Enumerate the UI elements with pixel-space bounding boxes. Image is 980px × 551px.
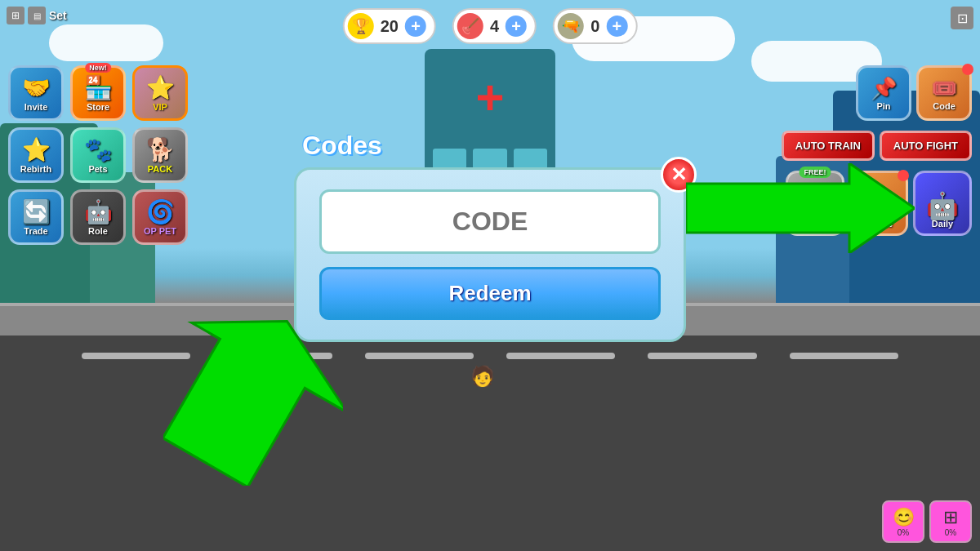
auto-fight-button[interactable]: AUTO FIGHT: [880, 131, 972, 161]
left-sidebar: 🤝 Invite New! 🏪 Store ⭐ VIP ⭐ Rebirth 🐾 …: [8, 65, 188, 245]
hud-bar: 🏆 20 + 🪠 4 + 🔫 0 +: [343, 8, 638, 44]
hud-tool: 🪠 4 +: [452, 8, 537, 44]
pin-icon: 📌: [871, 76, 897, 101]
tool-icon: 🪠: [457, 13, 483, 39]
set-icon2: ▤: [28, 7, 46, 24]
character: 🧑: [470, 365, 495, 388]
quest-label: Quest: [802, 219, 827, 229]
modal-close-button[interactable]: ✕: [661, 157, 697, 193]
pack-label: PACK: [148, 164, 172, 174]
modal-body: ✕ Redeem: [294, 167, 686, 342]
tool-value: 4: [490, 17, 499, 36]
top-right-settings[interactable]: ⊡: [951, 7, 973, 29]
qr-button[interactable]: ⊞ 0%: [929, 500, 972, 543]
sidebar-item-vip[interactable]: ⭐ VIP: [132, 65, 188, 121]
auto-fight-label: AUTO FIGHT: [893, 140, 958, 152]
trade-label: Trade: [24, 226, 47, 236]
invite-icon: 🤝: [22, 74, 51, 102]
pets-icon: 🐾: [84, 136, 113, 164]
online-label: Online: [865, 219, 893, 229]
pin-label: Pin: [876, 101, 890, 111]
sidebar-item-online[interactable]: 🎁 Online: [849, 171, 908, 236]
code-label: Code: [933, 101, 956, 111]
quest-icon: 🐱: [799, 193, 831, 219]
trophy-plus-button[interactable]: +: [405, 16, 426, 37]
bullet-plus-button[interactable]: +: [606, 16, 627, 37]
auto-train-button[interactable]: AUTO TRAIN: [782, 131, 875, 161]
bottom-right-buttons: 😊 0% ⊞ 0%: [882, 500, 972, 543]
set-icon: ⊞: [7, 7, 24, 24]
daily-label: Daily: [932, 219, 953, 229]
sidebar-item-daily[interactable]: 🤖 Daily: [913, 171, 972, 236]
role-label: Role: [88, 226, 108, 236]
hud-bullet: 🔫 0 +: [553, 8, 637, 44]
modal-title: Codes: [302, 131, 686, 161]
trophy-value: 20: [381, 17, 399, 36]
tool-plus-button[interactable]: +: [506, 16, 527, 37]
sidebar-item-pets[interactable]: 🐾 Pets: [70, 127, 126, 183]
store-badge: New!: [85, 63, 111, 73]
hud-trophy: 🏆 20 +: [343, 8, 436, 44]
vip-icon: ⭐: [146, 74, 175, 102]
codes-modal: Codes ✕ Redeem: [294, 131, 686, 342]
sidebar-item-trade[interactable]: 🔄 Trade: [8, 189, 64, 245]
sidebar-item-invite[interactable]: 🤝 Invite: [8, 65, 64, 121]
daily-icon: 🤖: [926, 193, 959, 219]
online-badge: [898, 170, 909, 181]
role-icon: 🤖: [84, 198, 113, 226]
sidebar-item-pin[interactable]: 📌 Pin: [856, 65, 911, 121]
online-icon: 🎁: [862, 193, 895, 219]
code-input[interactable]: [319, 189, 661, 254]
settings-button[interactable]: ⊡: [951, 7, 973, 29]
sidebar-item-rebirth[interactable]: ⭐ Rebirth: [8, 127, 64, 183]
trophy-icon: 🏆: [348, 13, 374, 39]
smiley-value: 0%: [898, 528, 909, 537]
auto-train-label: AUTO TRAIN: [795, 140, 861, 152]
sidebar-item-oppet[interactable]: 🌀 OP PET: [132, 189, 188, 245]
quest-free-badge: FREE!: [800, 167, 831, 178]
oppet-icon: 🌀: [146, 198, 175, 226]
smiley-icon: 😊: [893, 507, 915, 528]
smiley-button[interactable]: 😊 0%: [882, 500, 924, 543]
redeem-button[interactable]: Redeem: [319, 267, 661, 320]
trade-icon: 🔄: [22, 198, 51, 226]
store-label: Store: [87, 102, 109, 112]
invite-label: Invite: [24, 102, 48, 112]
sidebar-item-store[interactable]: New! 🏪 Store: [70, 65, 126, 121]
code-badge: [962, 64, 973, 75]
top-left-label: ⊞ ▤ Set: [7, 7, 67, 24]
pets-label: Pets: [88, 164, 107, 174]
rebirth-label: Rebirth: [20, 164, 52, 174]
bullet-icon: 🔫: [558, 13, 584, 39]
bullet-value: 0: [590, 17, 599, 36]
oppet-label: OP PET: [144, 226, 176, 236]
rebirth-icon: ⭐: [22, 136, 51, 164]
sidebar-item-role[interactable]: 🤖 Role: [70, 189, 126, 245]
sidebar-item-quest[interactable]: FREE! 🐱 Quest: [786, 171, 844, 236]
app-title: Set: [49, 9, 67, 22]
qr-icon: ⊞: [943, 507, 958, 528]
sidebar-item-pack[interactable]: 🐕 PACK: [132, 127, 188, 183]
pack-icon: 🐕: [146, 136, 175, 164]
vip-label: VIP: [153, 102, 167, 112]
right-sidebar: 📌 Pin 🎟️ Code AUTO TRAIN AUTO FIGHT FREE…: [782, 65, 972, 236]
sidebar-item-code[interactable]: 🎟️ Code: [916, 65, 972, 121]
store-icon: 🏪: [84, 74, 113, 102]
code-icon: 🎟️: [931, 76, 957, 101]
qr-value: 0%: [945, 528, 956, 537]
